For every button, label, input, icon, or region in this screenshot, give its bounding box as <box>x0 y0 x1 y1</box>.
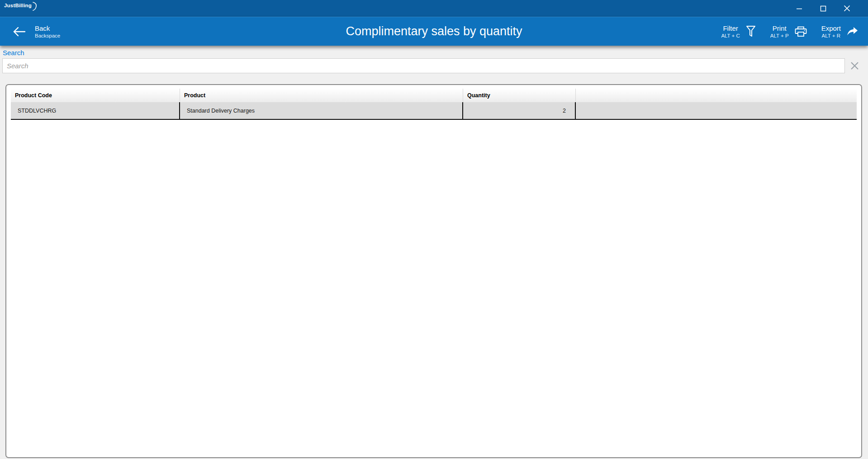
window-controls <box>787 0 868 17</box>
export-icon <box>847 27 858 37</box>
filter-button[interactable]: Filter ALT + C <box>721 24 755 39</box>
header-cell-product[interactable]: Product <box>180 89 463 102</box>
table-row[interactable]: STDDLVCHRG Standard Delivery Charges 2 <box>11 102 857 120</box>
export-button[interactable]: Export ALT + R <box>821 24 858 39</box>
header-cell-filler <box>576 89 857 102</box>
back-shortcut: Backspace <box>35 33 60 39</box>
clear-search-button[interactable] <box>850 61 859 71</box>
justbilling-logo-text: JustBilling <box>4 3 32 8</box>
window-titlebar: JustBilling <box>0 0 868 17</box>
back-arrow-icon <box>12 26 26 37</box>
search-input[interactable] <box>2 58 845 73</box>
cell-filler <box>576 102 857 119</box>
cell-product-code: STDDLVCHRG <box>11 102 180 119</box>
close-button[interactable] <box>835 0 859 17</box>
back-button[interactable]: Back Backspace <box>0 24 60 39</box>
close-icon <box>844 5 850 12</box>
print-button[interactable]: Print ALT + P <box>770 24 807 39</box>
back-label: Back <box>35 24 60 33</box>
search-section: Search <box>0 46 868 73</box>
export-label: Export <box>821 24 841 33</box>
filter-shortcut: ALT + C <box>721 33 740 39</box>
print-label: Print <box>773 24 787 33</box>
printer-icon <box>795 26 807 37</box>
minimize-button[interactable] <box>787 0 811 17</box>
filter-icon <box>746 25 756 38</box>
app-command-bar: Back Backspace Complimentary sales by qu… <box>0 17 868 46</box>
clear-search-icon <box>850 61 859 71</box>
export-shortcut: ALT + R <box>822 33 840 39</box>
table-header-row: Product Code Product Quantity <box>11 89 857 102</box>
cell-product: Standard Delivery Charges <box>180 102 463 119</box>
header-cell-quantity[interactable]: Quantity <box>463 89 576 102</box>
cloud-icon <box>32 2 38 11</box>
maximize-button[interactable] <box>811 0 835 17</box>
cell-quantity: 2 <box>463 102 576 119</box>
maximize-icon <box>820 5 826 12</box>
print-shortcut: ALT + P <box>770 33 789 39</box>
search-label: Search <box>3 49 24 57</box>
filter-label: Filter <box>723 24 738 33</box>
justbilling-logo: JustBilling <box>0 0 38 17</box>
report-table: Product Code Product Quantity STDDLVCHRG… <box>5 84 862 458</box>
header-cell-product-code[interactable]: Product Code <box>11 89 180 102</box>
minimize-icon <box>796 5 802 12</box>
appbar-actions: Filter ALT + C Print ALT + P Export ALT <box>721 24 868 39</box>
